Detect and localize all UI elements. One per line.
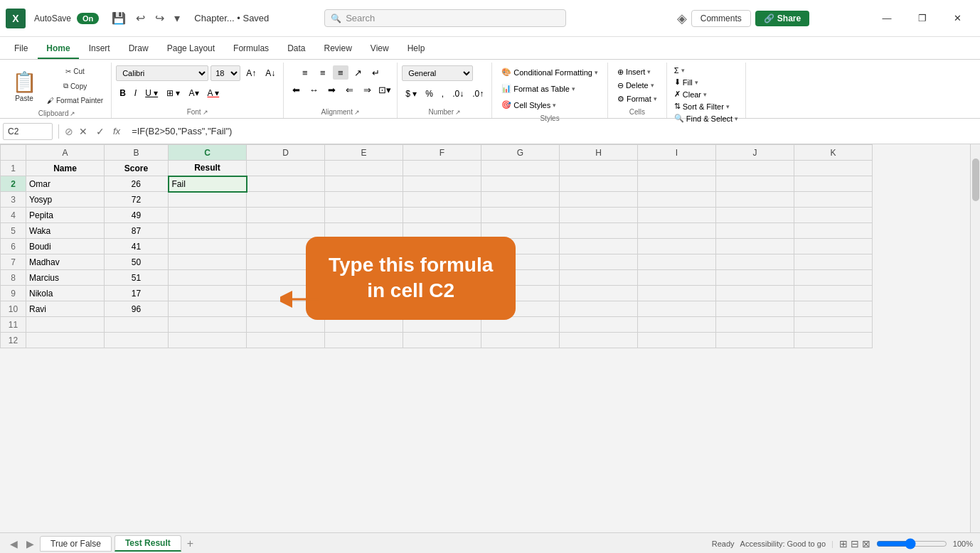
cell-J8[interactable]: [716, 270, 794, 286]
indent-increase-button[interactable]: ⇒: [359, 82, 375, 97]
alignment-expand-icon[interactable]: ↗: [354, 109, 360, 116]
merge-center-button[interactable]: ⊡▾: [377, 82, 393, 97]
cell-I7[interactable]: [638, 254, 716, 270]
cell-C2[interactable]: Fail: [169, 176, 247, 192]
cell-B7[interactable]: 50: [105, 254, 169, 270]
increase-font-button[interactable]: A↑: [243, 65, 260, 81]
clipboard-expand-icon[interactable]: ↗: [70, 110, 75, 117]
cell-F1[interactable]: [403, 161, 481, 176]
tab-help[interactable]: Help: [399, 41, 434, 59]
cell-E5[interactable]: [325, 223, 403, 239]
cell-E3[interactable]: [325, 192, 403, 208]
cell-H12[interactable]: [560, 333, 638, 348]
cell-D2[interactable]: [247, 176, 325, 192]
cell-J9[interactable]: [716, 286, 794, 301]
sheet-nav-right[interactable]: ▶: [23, 538, 37, 549]
tab-draw[interactable]: Draw: [120, 41, 157, 59]
cell-G4[interactable]: [481, 208, 560, 223]
cell-E6[interactable]: [325, 239, 403, 254]
cell-I4[interactable]: [638, 208, 716, 223]
autosum-button[interactable]: Σ Σ ▾: [671, 65, 741, 75]
col-header-c[interactable]: C: [169, 145, 247, 161]
add-sheet-button[interactable]: +: [184, 537, 196, 550]
cell-D3[interactable]: [247, 192, 325, 208]
cell-D1[interactable]: [247, 161, 325, 176]
cell-E8[interactable]: [325, 270, 403, 286]
col-header-e[interactable]: E: [325, 145, 403, 161]
scrollbar-thumb[interactable]: [972, 159, 979, 201]
find-select-button[interactable]: 🔍 Find & Select ▾: [671, 113, 741, 124]
sheet-nav-left[interactable]: ◀: [7, 538, 21, 549]
col-header-j[interactable]: J: [716, 145, 794, 161]
tab-data[interactable]: Data: [279, 41, 314, 59]
cell-B6[interactable]: 41: [105, 239, 169, 254]
formula-info-icon[interactable]: ⊘: [65, 126, 73, 137]
italic-button[interactable]: I: [131, 85, 140, 101]
cell-B12[interactable]: [105, 333, 169, 348]
tab-formulas[interactable]: Formulas: [225, 41, 277, 59]
cell-H2[interactable]: [560, 176, 638, 192]
cell-J1[interactable]: [716, 161, 794, 176]
align-center-button[interactable]: ↔: [306, 82, 321, 97]
cell-A9[interactable]: Nikola: [26, 286, 105, 301]
cell-I8[interactable]: [638, 270, 716, 286]
cell-K3[interactable]: [794, 192, 873, 208]
cell-K9[interactable]: [794, 286, 873, 301]
formula-cancel-icon[interactable]: ✕: [76, 124, 90, 139]
col-header-g[interactable]: G: [481, 145, 560, 161]
formula-input[interactable]: [126, 126, 977, 136]
cell-E7[interactable]: [325, 254, 403, 270]
cell-D4[interactable]: [247, 208, 325, 223]
sheet-tab-true-or-false[interactable]: True or False: [40, 536, 112, 552]
share-button[interactable]: 🔗 Share: [755, 11, 809, 26]
fill-button[interactable]: ⬇ Fill ▾: [671, 77, 741, 87]
copy-button[interactable]: ⧉ Copy: [43, 80, 107, 92]
col-header-f[interactable]: F: [403, 145, 481, 161]
cell-I9[interactable]: [638, 286, 716, 301]
underline-button[interactable]: U ▾: [142, 85, 161, 101]
tab-view[interactable]: View: [362, 41, 398, 59]
zoom-slider[interactable]: [876, 538, 947, 549]
cell-E2[interactable]: [325, 176, 403, 192]
paste-button[interactable]: 📋 Paste: [7, 68, 41, 104]
cell-A10[interactable]: Ravi: [26, 301, 105, 317]
copilot-icon[interactable]: ◈: [677, 11, 687, 26]
cell-H1[interactable]: [560, 161, 638, 176]
border-button[interactable]: ⊞ ▾: [163, 85, 183, 101]
cell-E4[interactable]: [325, 208, 403, 223]
decrease-decimal-button[interactable]: .0↓: [449, 86, 467, 102]
decrease-font-button[interactable]: A↓: [262, 65, 279, 81]
cell-E9[interactable]: [325, 286, 403, 301]
cell-K2[interactable]: [794, 176, 873, 192]
normal-view-icon[interactable]: ⊞: [839, 538, 848, 549]
cell-J4[interactable]: [716, 208, 794, 223]
cut-button[interactable]: ✂ Cut: [43, 65, 107, 77]
cell-A2[interactable]: Omar: [26, 176, 105, 192]
clear-button[interactable]: ✗ Clear ▾: [671, 89, 741, 100]
font-family-select[interactable]: Calibri: [116, 65, 208, 81]
cell-B11[interactable]: [105, 317, 169, 333]
increase-decimal-button[interactable]: .0↑: [469, 86, 487, 102]
cell-A11[interactable]: [26, 317, 105, 333]
cell-I3[interactable]: [638, 192, 716, 208]
cell-G3[interactable]: [481, 192, 560, 208]
tab-insert[interactable]: Insert: [80, 41, 119, 59]
align-top-center-button[interactable]: ≡: [315, 65, 331, 80]
cell-K5[interactable]: [794, 223, 873, 239]
cell-K4[interactable]: [794, 208, 873, 223]
cell-K6[interactable]: [794, 239, 873, 254]
cell-D9[interactable]: [247, 286, 325, 301]
cell-B10[interactable]: 96: [105, 301, 169, 317]
cell-G8[interactable]: [481, 270, 560, 286]
tab-home[interactable]: Home: [38, 41, 78, 59]
col-header-d[interactable]: D: [247, 145, 325, 161]
sort-filter-button[interactable]: ⇅ Sort & Filter ▾: [671, 101, 741, 112]
cell-reference-box[interactable]: C2: [3, 123, 53, 140]
cell-K1[interactable]: [794, 161, 873, 176]
cell-B2[interactable]: 26: [105, 176, 169, 192]
col-header-h[interactable]: H: [560, 145, 638, 161]
cell-J7[interactable]: [716, 254, 794, 270]
cell-G10[interactable]: [481, 301, 560, 317]
cell-I2[interactable]: [638, 176, 716, 192]
cell-A5[interactable]: Waka: [26, 223, 105, 239]
